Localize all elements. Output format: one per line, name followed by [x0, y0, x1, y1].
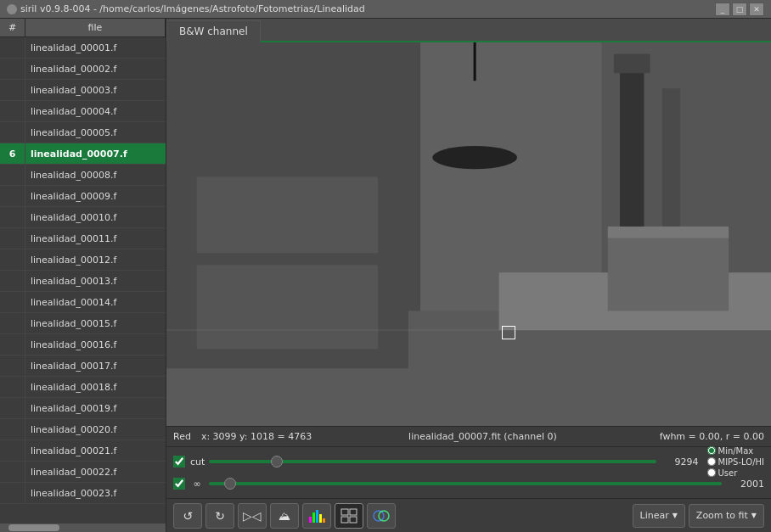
list-item[interactable]: linealidad_00003.f: [0, 80, 166, 101]
svg-rect-13: [608, 234, 729, 311]
svg-rect-24: [341, 509, 348, 515]
minimize-button[interactable]: _: [715, 3, 730, 16]
grid-icon: [340, 508, 357, 524]
cut-slider[interactable]: [209, 460, 656, 463]
item-number: [0, 440, 25, 461]
sidebar-scrollbar-track: [0, 524, 166, 532]
linear-dropdown-arrow: ▼: [673, 512, 678, 519]
item-filename: linealidad_00013.f: [25, 276, 166, 287]
list-item[interactable]: linealidad_00023.f: [0, 483, 166, 504]
cut-checkbox[interactable]: [173, 456, 185, 468]
infinity-slider[interactable]: [209, 482, 722, 485]
radio-user[interactable]: User: [707, 468, 765, 478]
radio-minmax[interactable]: Min/Max: [707, 446, 765, 456]
list-item[interactable]: linealidad_00021.f: [0, 440, 166, 462]
item-number: [0, 101, 25, 121]
item-filename: linealidad_00022.f: [25, 467, 166, 478]
list-item[interactable]: linealidad_00002.f: [0, 59, 166, 80]
maximize-button[interactable]: □: [732, 3, 747, 16]
list-item[interactable]: linealidad_00011.f: [0, 228, 166, 249]
svg-rect-25: [350, 509, 357, 515]
item-number: [0, 313, 25, 333]
infinity-icon: ∞: [190, 479, 204, 490]
tab-bar: B&W channel: [166, 19, 771, 42]
list-item[interactable]: linealidad_00017.f: [0, 356, 166, 377]
list-item[interactable]: linealidad_00022.f: [0, 462, 166, 483]
undo-button[interactable]: ↺: [173, 503, 202, 529]
status-filename: linealidad_00007.fit (channel 0): [347, 431, 619, 442]
image-display: [166, 42, 771, 426]
list-item[interactable]: linealidad_00016.f: [0, 334, 166, 356]
grid-view-button[interactable]: [335, 503, 363, 529]
svg-rect-14: [608, 227, 729, 238]
item-filename: linealidad_00012.f: [25, 255, 166, 266]
list-item[interactable]: linealidad_00005.f: [0, 122, 166, 143]
list-item[interactable]: linealidad_00012.f: [0, 249, 166, 271]
sidebar-scrollbar-thumb: [8, 524, 59, 531]
item-number: [0, 80, 25, 100]
svg-rect-9: [620, 62, 644, 234]
close-button[interactable]: ✕: [749, 3, 764, 16]
item-filename: linealidad_00015.f: [25, 318, 166, 329]
item-filename: linealidad_00011.f: [25, 233, 166, 244]
svg-rect-16: [197, 176, 379, 253]
svg-rect-17: [197, 265, 379, 349]
sidebar-list[interactable]: linealidad_00001.flinealidad_00002.fline…: [0, 37, 166, 524]
image-overlay: [166, 42, 771, 426]
item-number: [0, 356, 25, 376]
status-coordinates: x: 3099 y: 1018 = 4763: [201, 431, 337, 442]
item-number: [0, 165, 25, 185]
item-filename: linealidad_00014.f: [25, 297, 166, 308]
item-filename: linealidad_00001.f: [25, 42, 166, 53]
list-item[interactable]: linealidad_00015.f: [0, 313, 166, 334]
color-adjust-button[interactable]: [367, 503, 396, 529]
flip-horizontal-button[interactable]: ▷◁: [238, 503, 267, 529]
list-item[interactable]: linealidad_00008.f: [0, 165, 166, 186]
list-item[interactable]: linealidad_00018.f: [0, 377, 166, 398]
redo-button[interactable]: ↻: [205, 503, 234, 529]
zoom-to-fit-button[interactable]: Zoom to fit ▼: [689, 504, 764, 528]
item-filename: linealidad_00023.f: [25, 488, 166, 499]
rotate-icon: ⛰: [279, 509, 290, 523]
rotate-button[interactable]: ⛰: [270, 503, 299, 529]
item-number: [0, 186, 25, 206]
cut-label: cut: [190, 456, 204, 468]
image-area[interactable]: [166, 42, 771, 426]
histogram-button[interactable]: [302, 503, 331, 529]
window-icon: [7, 4, 17, 14]
window-title: siril v0.9.8-004 - /home/carlos/Imágenes…: [20, 3, 365, 14]
item-number: [0, 249, 25, 270]
status-bar: Red x: 3099 y: 1018 = 4763 linealidad_00…: [166, 426, 771, 446]
item-filename: linealidad_00020.f: [25, 424, 166, 435]
status-fwhm: fwhm = 0.00, r = 0.00: [628, 431, 764, 442]
item-number: [0, 462, 25, 482]
svg-rect-19: [309, 517, 312, 523]
item-number: [0, 292, 25, 312]
svg-rect-22: [319, 514, 322, 523]
svg-rect-21: [316, 510, 318, 523]
item-number: [0, 228, 25, 249]
tab-bw-channel[interactable]: B&W channel: [166, 20, 261, 42]
list-item[interactable]: linealidad_00004.f: [0, 101, 166, 122]
list-item[interactable]: linealidad_00001.f: [0, 37, 166, 59]
list-item[interactable]: linealidad_00020.f: [0, 419, 166, 440]
titlebar: siril v0.9.8-004 - /home/carlos/Imágenes…: [0, 0, 771, 19]
linear-dropdown[interactable]: Linear ▼: [633, 504, 685, 528]
list-item[interactable]: linealidad_00010.f: [0, 207, 166, 228]
svg-rect-27: [350, 517, 357, 523]
radio-mips[interactable]: MIPS-LO/HI: [707, 457, 765, 467]
color-icon: [372, 508, 391, 524]
infinity-checkbox[interactable]: [173, 478, 185, 490]
histogram-icon: [308, 508, 325, 524]
list-item[interactable]: linealidad_00009.f: [0, 186, 166, 207]
list-item[interactable]: 6linealidad_00007.f: [0, 143, 166, 165]
item-number: [0, 59, 25, 79]
zoom-dropdown-arrow: ▼: [751, 512, 757, 519]
list-item[interactable]: linealidad_00014.f: [0, 292, 166, 313]
infinity-control-row: ∞ 2001: [173, 473, 764, 495]
status-channel: Red: [173, 431, 191, 442]
list-item[interactable]: linealidad_00013.f: [0, 271, 166, 292]
list-item[interactable]: linealidad_00019.f: [0, 398, 166, 419]
item-number: [0, 334, 25, 355]
col-file-header: file: [25, 19, 166, 36]
